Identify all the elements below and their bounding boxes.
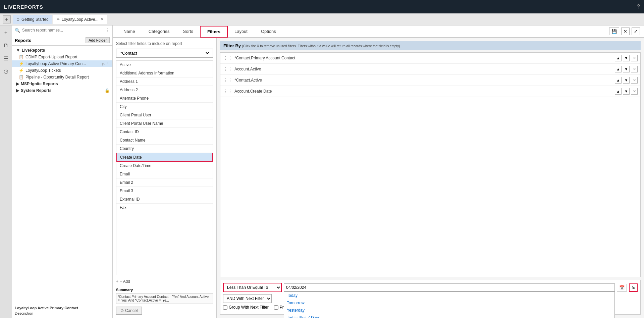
down-button-3[interactable]: ▼ bbox=[623, 77, 630, 84]
close-report-button[interactable]: ✕ bbox=[621, 28, 630, 35]
save-button[interactable]: 💾 bbox=[609, 28, 619, 35]
tab-options[interactable]: Options bbox=[254, 25, 283, 38]
field-client-portal-user-name[interactable]: Client Portal User Name bbox=[116, 119, 213, 128]
field-address1[interactable]: Address 1 bbox=[116, 77, 213, 86]
field-create-datetime[interactable]: Create Date/Time bbox=[116, 162, 213, 170]
option-tomorrow[interactable]: Tomorrow bbox=[284, 299, 614, 307]
tab-layout[interactable]: Layout bbox=[228, 25, 254, 38]
up-button-1[interactable]: ▲ bbox=[615, 55, 622, 61]
tickets-label: LoyaltyLoop Tickets bbox=[25, 68, 61, 73]
tab-loyaltyloop-active[interactable]: ✏ LoyaltyLoop Active... ✕ bbox=[53, 15, 107, 24]
remove-button-2[interactable]: ✕ bbox=[631, 66, 638, 72]
field-additional-address[interactable]: Additional Address Information bbox=[116, 69, 213, 77]
down-button-4[interactable]: ▼ bbox=[623, 88, 630, 95]
field-city[interactable]: City bbox=[116, 103, 213, 111]
search-options-icon[interactable]: ⋮ bbox=[105, 28, 110, 33]
field-email2[interactable]: Email 2 bbox=[116, 178, 213, 187]
down-button-2[interactable]: ▼ bbox=[623, 66, 630, 72]
add-folder-button[interactable]: Add Folder bbox=[86, 37, 110, 43]
expand-button[interactable]: ⤢ bbox=[632, 28, 640, 35]
summary-label: Summary bbox=[116, 288, 213, 292]
cancel-icon: ⊙ bbox=[120, 308, 124, 313]
report-cdmp[interactable]: 📋 CDMP Export-Upload Report bbox=[12, 54, 112, 60]
tab-sorts[interactable]: Sorts bbox=[176, 25, 200, 38]
up-button-4[interactable]: ▲ bbox=[615, 88, 622, 95]
remove-button-3[interactable]: ✕ bbox=[631, 77, 638, 84]
filter-instruction: Select filter fields to include on repor… bbox=[116, 41, 213, 46]
add-icon: + bbox=[116, 279, 118, 284]
help-icon[interactable]: ? bbox=[637, 4, 640, 10]
field-fax[interactable]: Fax bbox=[116, 204, 213, 212]
field-external-id[interactable]: External ID bbox=[116, 195, 213, 204]
getting-started-icon: ⊙ bbox=[16, 17, 19, 22]
drag-handle-account-create-date[interactable]: ⋮⋮ bbox=[223, 89, 232, 94]
field-country[interactable]: Country bbox=[116, 145, 213, 153]
group-next-filter-checkbox[interactable] bbox=[223, 305, 227, 310]
fx-icon-button[interactable]: fx bbox=[629, 283, 638, 292]
field-create-date[interactable]: Create Date bbox=[116, 153, 213, 162]
drag-handle-contact-primary[interactable]: ⋮⋮ bbox=[223, 55, 232, 61]
report-loyaltyloop-active[interactable]: ⚡ LoyaltyLoop Active Primary Con... ▷ ⋮ bbox=[12, 60, 112, 67]
date-input[interactable] bbox=[284, 283, 615, 292]
remove-button-4[interactable]: ✕ bbox=[631, 88, 638, 95]
search-input[interactable] bbox=[22, 28, 103, 33]
up-button-3[interactable]: ▲ bbox=[615, 77, 622, 84]
active-report-actions: ▷ ⋮ bbox=[102, 62, 110, 66]
folder-system-reports[interactable]: ▶ System Reports 🔒 bbox=[12, 87, 112, 94]
option-today-plus-7[interactable]: Today Plus 7 Days bbox=[284, 314, 614, 318]
option-yesterday[interactable]: Yesterday bbox=[284, 307, 614, 314]
pipeline-label: Pipeline - Opportunity Detail Report bbox=[25, 75, 89, 80]
filter-ctrl-row1: Equal To Not Equal To Less Than Less Tha… bbox=[223, 283, 638, 292]
sidebar-add-icon[interactable]: + bbox=[1, 28, 11, 38]
up-button-2[interactable]: ▲ bbox=[615, 66, 622, 72]
field-contact-id[interactable]: Contact ID bbox=[116, 128, 213, 136]
contact-dropdown[interactable]: *Contact Account Opportunity bbox=[116, 49, 213, 58]
folder-livereports[interactable]: ▼ LiveReports bbox=[12, 47, 112, 54]
report-loyaltyloop-tickets[interactable]: ⚡ LoyaltyLoop Tickets bbox=[12, 67, 112, 74]
group-next-filter-label[interactable]: Group With Next Filter bbox=[223, 305, 269, 310]
field-email3[interactable]: Email 3 bbox=[116, 187, 213, 195]
folder-msp-ignite[interactable]: ▶ MSP-Ignite Reports bbox=[12, 81, 112, 87]
calendar-icon-button[interactable]: 📅 bbox=[617, 284, 627, 292]
tab-filters[interactable]: Filters bbox=[200, 26, 228, 38]
drag-handle-account-active[interactable]: ⋮⋮ bbox=[223, 66, 232, 72]
sidebar-file-icon[interactable]: 🗋 bbox=[1, 41, 11, 50]
main-layout: + 🗋 ☰ ◷ 🔍 ⋮ Reports Add Folder ▼ LiveRep… bbox=[0, 25, 644, 318]
drag-handle-contact-active[interactable]: ⋮⋮ bbox=[223, 77, 232, 83]
add-field-button[interactable]: + + Add bbox=[116, 278, 213, 285]
field-alternate-phone[interactable]: Alternate Phone bbox=[116, 94, 213, 103]
field-contact-name[interactable]: Contact Name bbox=[116, 136, 213, 145]
add-tab-button[interactable]: + bbox=[3, 15, 11, 23]
filter-row-actions-2: ▲ ▼ ✕ bbox=[615, 66, 638, 72]
tab-bar: + ⊙ Getting Started ✏ LoyaltyLoop Active… bbox=[0, 13, 644, 25]
filter-row-account-create-date: ⋮⋮ Account.Create Date ▲ ▼ ✕ bbox=[220, 86, 640, 97]
sidebar-clock-icon[interactable]: ◷ bbox=[1, 66, 11, 76]
play-icon[interactable]: ▷ bbox=[102, 62, 105, 66]
field-client-portal-user[interactable]: Client Portal User bbox=[116, 111, 213, 119]
field-email[interactable]: Email bbox=[116, 170, 213, 178]
getting-started-label: Getting Started bbox=[21, 17, 49, 22]
contact-select[interactable]: *Contact Account Opportunity bbox=[119, 50, 210, 56]
tab-getting-started[interactable]: ⊙ Getting Started bbox=[13, 15, 52, 24]
cancel-label: Cancel bbox=[125, 308, 138, 313]
more-icon[interactable]: ⋮ bbox=[106, 62, 110, 66]
down-button-1[interactable]: ▼ bbox=[623, 55, 630, 61]
content-tab-actions: 💾 ✕ ⤢ bbox=[609, 28, 640, 35]
sidebar-list-icon[interactable]: ☰ bbox=[1, 54, 11, 63]
prompt-for-value-checkbox[interactable] bbox=[274, 305, 278, 310]
and-with-select[interactable]: AND With Next Filter OR With Next Filter bbox=[223, 294, 272, 303]
fields-list: Active Additional Address Information Ad… bbox=[116, 60, 213, 275]
tab-categories[interactable]: Categories bbox=[142, 25, 176, 38]
tab-name[interactable]: Name bbox=[117, 25, 142, 38]
report-pipeline[interactable]: 📋 Pipeline - Opportunity Detail Report bbox=[12, 74, 112, 81]
report-list-panel: 🔍 ⋮ Reports Add Folder ▼ LiveReports 📋 C… bbox=[12, 25, 113, 318]
option-today[interactable]: Today bbox=[284, 292, 614, 299]
filter-name-contact-active: *Contact.Active bbox=[234, 78, 613, 83]
filter-rows: ⋮⋮ *Contact.Primary Account Contact ▲ ▼ … bbox=[220, 52, 641, 277]
field-address2[interactable]: Address 2 bbox=[116, 86, 213, 94]
remove-button-1[interactable]: ✕ bbox=[631, 55, 638, 61]
tab-close-button[interactable]: ✕ bbox=[101, 17, 104, 21]
field-active[interactable]: Active bbox=[116, 61, 213, 69]
cancel-button[interactable]: ⊙ Cancel bbox=[116, 307, 142, 315]
operator-select[interactable]: Equal To Not Equal To Less Than Less Tha… bbox=[223, 283, 282, 292]
